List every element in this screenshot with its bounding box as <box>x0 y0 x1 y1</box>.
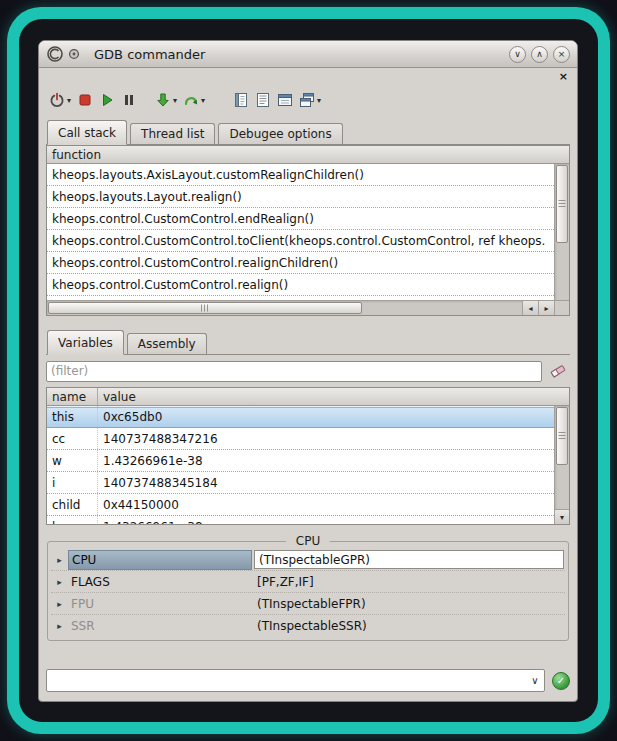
stop-button[interactable] <box>74 87 96 113</box>
scroll-down-button[interactable]: ▾ <box>555 509 569 524</box>
variable-value: 0x44150000 <box>98 494 179 515</box>
stack-frame-row[interactable]: kheops.control.CustomControl.realign() <box>47 274 554 296</box>
vertical-scrollbar-handle[interactable] <box>556 165 568 243</box>
run-button[interactable] <box>96 87 118 113</box>
horizontal-scrollbar-handle[interactable] <box>48 302 362 314</box>
titlebar[interactable]: GDB commander ∨ ∧ × <box>39 41 577 68</box>
variable-row[interactable]: w 1.43266961e-38 <box>47 450 554 472</box>
step-over-icon <box>183 92 199 108</box>
variables-filter-row <box>46 360 570 382</box>
view-editor-button[interactable] <box>230 87 252 113</box>
variable-name: cc <box>47 428 98 449</box>
variable-row[interactable]: cc 140737488347216 <box>47 428 554 450</box>
tab-thread-list[interactable]: Thread list <box>130 123 215 144</box>
stack-frame-row[interactable]: kheops.control.CustomControl.endRealign(… <box>47 208 554 230</box>
register-group-row[interactable]: ▸ FLAGS [PF,ZF,IF] <box>51 571 565 593</box>
pause-icon <box>121 92 137 108</box>
step-into-icon <box>155 92 171 108</box>
variable-name: this <box>47 406 98 427</box>
variable-value: 140737488347216 <box>98 428 218 449</box>
expand-branch-icon[interactable]: ▸ <box>51 621 68 631</box>
window-frame-inner: GDB commander ∨ ∧ × × ▾ <box>19 19 598 722</box>
dropdown-arrow-icon: ▾ <box>173 96 177 105</box>
tab-call-stack[interactable]: Call stack <box>47 120 127 145</box>
column-header-value[interactable]: value <box>98 390 136 404</box>
callstack-column-header[interactable]: function <box>47 146 569 164</box>
stack-frame-row[interactable]: kheops.control.CustomControl.realignChil… <box>47 252 554 274</box>
dock-header: × <box>46 70 570 83</box>
scroll-right-button[interactable]: ▸ <box>538 301 554 315</box>
stack-frame-row[interactable]: kheops.layouts.Layout.realign() <box>47 186 554 208</box>
power-button[interactable]: ▾ <box>46 87 74 113</box>
variables-table: name value this 0xc65db0 cc 140737488347… <box>46 387 570 525</box>
vertical-scrollbar-handle[interactable] <box>556 407 568 465</box>
stop-icon <box>77 92 93 108</box>
view-memory-button[interactable] <box>274 87 296 113</box>
tab-debugee-options[interactable]: Debugee options <box>218 123 342 144</box>
callstack-vertical-scrollbar[interactable] <box>554 164 569 300</box>
variables-tabbar: Variables Assembly <box>46 330 570 355</box>
step-over-button[interactable]: ▾ <box>180 87 208 113</box>
titlebar-secondary-icon <box>68 48 80 60</box>
windows-icon <box>299 92 315 108</box>
scrollbar-grip <box>559 200 566 208</box>
register-group-row[interactable]: ▸ FPU (TInspectableFPR) <box>51 593 565 615</box>
register-value-editor[interactable]: (TInspectableGPR) <box>254 550 564 569</box>
dock-close-button[interactable]: × <box>557 71 570 82</box>
column-header-name[interactable]: name <box>47 388 98 405</box>
execute-command-button[interactable]: ✓ <box>552 672 570 690</box>
variable-name: w <box>47 450 98 471</box>
variable-row[interactable]: b 1.43266961e-38 <box>47 516 554 524</box>
window-frame-ring: GDB commander ∨ ∧ × × ▾ <box>7 7 610 734</box>
combobox-dropdown-icon[interactable]: ∨ <box>526 675 544 686</box>
step-into-button[interactable]: ▾ <box>152 87 180 113</box>
scrollbar-grip <box>201 305 209 312</box>
register-group-value: [PF,ZF,IF] <box>252 575 565 589</box>
register-group-row[interactable]: ▸ CPU (TInspectableGPR) <box>51 549 565 571</box>
scrollbar-grip <box>559 432 566 440</box>
stack-frame-row[interactable]: kheops.control.CustomControl.toClient(kh… <box>47 230 554 252</box>
callstack-rows: kheops.layouts.AxisLayout.customRealignC… <box>47 164 554 300</box>
pause-button[interactable] <box>118 87 140 113</box>
maximize-button[interactable]: ∧ <box>531 46 548 63</box>
listing-icon <box>255 92 271 108</box>
variable-row[interactable]: this 0xc65db0 <box>47 406 554 428</box>
shade-button[interactable]: ∨ <box>509 46 526 63</box>
register-group-row[interactable]: ▸ SSR (TInspectableSSR) <box>51 615 565 637</box>
dock-client: × ▾ <box>39 68 577 701</box>
variable-name: child <box>47 494 98 515</box>
clear-filter-button[interactable] <box>546 360 570 382</box>
expand-branch-icon[interactable]: ▸ <box>51 577 68 587</box>
variable-value: 1.43266961e-38 <box>98 450 203 471</box>
callstack-horizontal-scrollbar[interactable]: ◂ ▸ <box>47 300 554 315</box>
variable-row[interactable]: i 140737488345184 <box>47 472 554 494</box>
view-listing-button[interactable] <box>252 87 274 113</box>
filter-input[interactable] <box>46 361 542 382</box>
variables-vertical-scrollbar[interactable]: ▾ <box>554 406 569 524</box>
expand-branch-icon[interactable]: ▸ <box>51 555 68 565</box>
close-button[interactable]: × <box>553 46 570 63</box>
register-group-name: CPU <box>68 550 252 570</box>
memory-icon <box>277 92 293 108</box>
stack-frame-row[interactable]: kheops.layouts.AxisLayout.customRealignC… <box>47 164 554 186</box>
register-group-value: (TInspectableSSR) <box>252 619 565 633</box>
command-input[interactable] <box>47 670 526 691</box>
tab-variables[interactable]: Variables <box>47 330 124 355</box>
variables-column-header[interactable]: name value <box>47 388 569 406</box>
editor-icon <box>233 92 249 108</box>
variable-value: 1.43266961e-38 <box>98 516 203 524</box>
variable-value: 140737488345184 <box>98 472 218 493</box>
command-combobox[interactable]: ∨ <box>46 669 545 692</box>
expand-branch-icon[interactable]: ▸ <box>51 599 68 609</box>
column-header-function: function <box>47 148 101 162</box>
command-bar: ∨ ✓ <box>46 669 570 692</box>
scrollbar-corner <box>554 300 569 315</box>
dropdown-arrow-icon: ▾ <box>317 96 321 105</box>
view-windows-button[interactable]: ▾ <box>296 87 324 113</box>
stack-tabbar: Call stack Thread list Debugee options <box>46 120 570 145</box>
scroll-left-button[interactable]: ◂ <box>522 301 538 315</box>
tab-assembly[interactable]: Assembly <box>127 333 207 354</box>
dropdown-arrow-icon: ▾ <box>67 96 71 105</box>
variable-row[interactable]: child 0x44150000 <box>47 494 554 516</box>
variable-name: b <box>47 516 98 524</box>
